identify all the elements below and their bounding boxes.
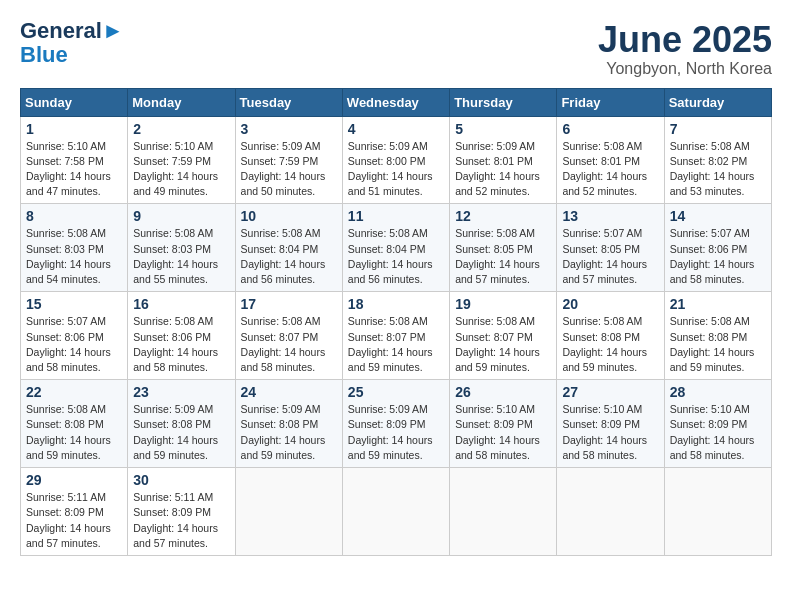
table-row: 24Sunrise: 5:09 AMSunset: 8:08 PMDayligh… (235, 380, 342, 468)
calendar-week-3: 15Sunrise: 5:07 AMSunset: 8:06 PMDayligh… (21, 292, 772, 380)
table-row: 4Sunrise: 5:09 AMSunset: 8:00 PMDaylight… (342, 116, 449, 204)
day-info: Sunrise: 5:08 AMSunset: 8:04 PMDaylight:… (241, 226, 337, 287)
table-row: 29Sunrise: 5:11 AMSunset: 8:09 PMDayligh… (21, 468, 128, 556)
logo-blue: Blue (20, 42, 68, 68)
weekday-header-saturday: Saturday (664, 88, 771, 116)
table-row: 22Sunrise: 5:08 AMSunset: 8:08 PMDayligh… (21, 380, 128, 468)
table-row: 16Sunrise: 5:08 AMSunset: 8:06 PMDayligh… (128, 292, 235, 380)
table-row: 8Sunrise: 5:08 AMSunset: 8:03 PMDaylight… (21, 204, 128, 292)
day-number: 13 (562, 208, 658, 224)
day-number: 6 (562, 121, 658, 137)
day-number: 16 (133, 296, 229, 312)
calendar-title: June 2025 (598, 20, 772, 60)
day-info: Sunrise: 5:07 AMSunset: 8:06 PMDaylight:… (26, 314, 122, 375)
table-row: 15Sunrise: 5:07 AMSunset: 8:06 PMDayligh… (21, 292, 128, 380)
table-row (557, 468, 664, 556)
header-row: SundayMondayTuesdayWednesdayThursdayFrid… (21, 88, 772, 116)
weekday-header-monday: Monday (128, 88, 235, 116)
day-number: 18 (348, 296, 444, 312)
table-row: 6Sunrise: 5:08 AMSunset: 8:01 PMDaylight… (557, 116, 664, 204)
day-number: 5 (455, 121, 551, 137)
day-number: 14 (670, 208, 766, 224)
day-info: Sunrise: 5:10 AMSunset: 7:59 PMDaylight:… (133, 139, 229, 200)
day-info: Sunrise: 5:09 AMSunset: 8:08 PMDaylight:… (133, 402, 229, 463)
day-info: Sunrise: 5:08 AMSunset: 8:04 PMDaylight:… (348, 226, 444, 287)
day-info: Sunrise: 5:08 AMSunset: 8:05 PMDaylight:… (455, 226, 551, 287)
table-row: 25Sunrise: 5:09 AMSunset: 8:09 PMDayligh… (342, 380, 449, 468)
day-info: Sunrise: 5:11 AMSunset: 8:09 PMDaylight:… (133, 490, 229, 551)
title-block: June 2025 Yongbyon, North Korea (598, 20, 772, 78)
calendar-week-4: 22Sunrise: 5:08 AMSunset: 8:08 PMDayligh… (21, 380, 772, 468)
day-number: 26 (455, 384, 551, 400)
logo: General► Blue (20, 20, 124, 68)
day-info: Sunrise: 5:08 AMSunset: 8:03 PMDaylight:… (26, 226, 122, 287)
day-info: Sunrise: 5:07 AMSunset: 8:05 PMDaylight:… (562, 226, 658, 287)
day-number: 8 (26, 208, 122, 224)
day-info: Sunrise: 5:08 AMSunset: 8:06 PMDaylight:… (133, 314, 229, 375)
table-row: 2Sunrise: 5:10 AMSunset: 7:59 PMDaylight… (128, 116, 235, 204)
day-info: Sunrise: 5:09 AMSunset: 7:59 PMDaylight:… (241, 139, 337, 200)
day-info: Sunrise: 5:09 AMSunset: 8:01 PMDaylight:… (455, 139, 551, 200)
day-number: 21 (670, 296, 766, 312)
calendar-week-1: 1Sunrise: 5:10 AMSunset: 7:58 PMDaylight… (21, 116, 772, 204)
day-number: 19 (455, 296, 551, 312)
weekday-header-thursday: Thursday (450, 88, 557, 116)
calendar-week-5: 29Sunrise: 5:11 AMSunset: 8:09 PMDayligh… (21, 468, 772, 556)
table-row (342, 468, 449, 556)
table-row: 30Sunrise: 5:11 AMSunset: 8:09 PMDayligh… (128, 468, 235, 556)
day-info: Sunrise: 5:07 AMSunset: 8:06 PMDaylight:… (670, 226, 766, 287)
table-row: 21Sunrise: 5:08 AMSunset: 8:08 PMDayligh… (664, 292, 771, 380)
day-number: 20 (562, 296, 658, 312)
day-number: 4 (348, 121, 444, 137)
day-number: 17 (241, 296, 337, 312)
weekday-header-friday: Friday (557, 88, 664, 116)
day-number: 30 (133, 472, 229, 488)
day-info: Sunrise: 5:08 AMSunset: 8:07 PMDaylight:… (455, 314, 551, 375)
table-row (450, 468, 557, 556)
day-info: Sunrise: 5:08 AMSunset: 8:02 PMDaylight:… (670, 139, 766, 200)
table-row (235, 468, 342, 556)
day-number: 2 (133, 121, 229, 137)
day-info: Sunrise: 5:10 AMSunset: 7:58 PMDaylight:… (26, 139, 122, 200)
day-number: 12 (455, 208, 551, 224)
table-row: 23Sunrise: 5:09 AMSunset: 8:08 PMDayligh… (128, 380, 235, 468)
weekday-header-tuesday: Tuesday (235, 88, 342, 116)
day-number: 11 (348, 208, 444, 224)
table-row: 20Sunrise: 5:08 AMSunset: 8:08 PMDayligh… (557, 292, 664, 380)
day-info: Sunrise: 5:11 AMSunset: 8:09 PMDaylight:… (26, 490, 122, 551)
day-number: 24 (241, 384, 337, 400)
day-info: Sunrise: 5:08 AMSunset: 8:08 PMDaylight:… (670, 314, 766, 375)
day-number: 28 (670, 384, 766, 400)
calendar-subtitle: Yongbyon, North Korea (598, 60, 772, 78)
day-info: Sunrise: 5:08 AMSunset: 8:07 PMDaylight:… (241, 314, 337, 375)
day-info: Sunrise: 5:10 AMSunset: 8:09 PMDaylight:… (670, 402, 766, 463)
weekday-header-sunday: Sunday (21, 88, 128, 116)
table-row: 13Sunrise: 5:07 AMSunset: 8:05 PMDayligh… (557, 204, 664, 292)
day-number: 1 (26, 121, 122, 137)
day-info: Sunrise: 5:09 AMSunset: 8:09 PMDaylight:… (348, 402, 444, 463)
table-row: 19Sunrise: 5:08 AMSunset: 8:07 PMDayligh… (450, 292, 557, 380)
table-row: 10Sunrise: 5:08 AMSunset: 8:04 PMDayligh… (235, 204, 342, 292)
table-row: 27Sunrise: 5:10 AMSunset: 8:09 PMDayligh… (557, 380, 664, 468)
table-row: 3Sunrise: 5:09 AMSunset: 7:59 PMDaylight… (235, 116, 342, 204)
day-number: 22 (26, 384, 122, 400)
logo-text: General► (20, 20, 124, 42)
table-row: 1Sunrise: 5:10 AMSunset: 7:58 PMDaylight… (21, 116, 128, 204)
day-number: 23 (133, 384, 229, 400)
day-info: Sunrise: 5:10 AMSunset: 8:09 PMDaylight:… (562, 402, 658, 463)
day-number: 10 (241, 208, 337, 224)
table-row: 11Sunrise: 5:08 AMSunset: 8:04 PMDayligh… (342, 204, 449, 292)
table-row: 14Sunrise: 5:07 AMSunset: 8:06 PMDayligh… (664, 204, 771, 292)
calendar-table: SundayMondayTuesdayWednesdayThursdayFrid… (20, 88, 772, 556)
day-number: 9 (133, 208, 229, 224)
table-row: 9Sunrise: 5:08 AMSunset: 8:03 PMDaylight… (128, 204, 235, 292)
day-number: 29 (26, 472, 122, 488)
table-row: 7Sunrise: 5:08 AMSunset: 8:02 PMDaylight… (664, 116, 771, 204)
day-info: Sunrise: 5:08 AMSunset: 8:08 PMDaylight:… (26, 402, 122, 463)
table-row: 26Sunrise: 5:10 AMSunset: 8:09 PMDayligh… (450, 380, 557, 468)
table-row: 12Sunrise: 5:08 AMSunset: 8:05 PMDayligh… (450, 204, 557, 292)
day-info: Sunrise: 5:09 AMSunset: 8:08 PMDaylight:… (241, 402, 337, 463)
table-row: 18Sunrise: 5:08 AMSunset: 8:07 PMDayligh… (342, 292, 449, 380)
day-number: 27 (562, 384, 658, 400)
table-row: 5Sunrise: 5:09 AMSunset: 8:01 PMDaylight… (450, 116, 557, 204)
